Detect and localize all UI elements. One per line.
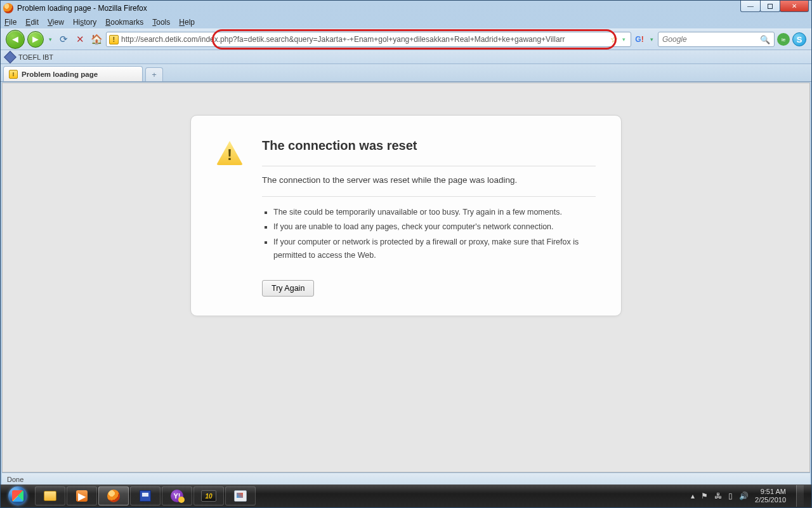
search-icon[interactable]: 🔍 [760,35,770,44]
minimize-button[interactable]: — [740,1,761,12]
search-engine-icon[interactable]: G! [634,34,645,45]
error-bullet: If your computer or network is protected… [273,236,596,263]
show-desktop-button[interactable] [796,485,804,507]
yahoo-messenger-icon: Y! [171,490,183,502]
tray-network-icon[interactable]: 🖧 [714,491,722,500]
forward-button[interactable]: ► [27,31,44,48]
titlebar[interactable]: Problem loading page - Mozilla Firefox [1,1,811,16]
divider [262,196,596,197]
game-icon: 10 [201,490,216,502]
error-card: The connection was reset The connection … [190,115,622,316]
taskbar-yahoo[interactable]: Y! [162,486,192,505]
new-tab-button[interactable]: + [145,67,163,81]
menu-help[interactable]: Help [179,18,195,27]
search-bar[interactable]: 🔍 [658,32,775,47]
floppy-icon [140,490,151,502]
navigation-toolbar: ◄ ► ▾ ⟳ ✕ 🏠 ! ☆ ▾ G! ▾ 🔍 ie S [1,29,811,50]
firefox-window: Problem loading page - Mozilla Firefox —… [0,0,812,508]
tray-battery-icon[interactable]: ▯ [728,491,733,500]
taskbar-save-app[interactable] [130,486,160,505]
tray-time: 9:51 AM [755,488,786,496]
start-button[interactable] [4,486,31,506]
tray-chevron-icon[interactable]: ▴ [691,491,695,500]
tab-strip: ! Problem loading page + [1,64,811,82]
firefox-icon [107,490,120,502]
taskbar-explorer[interactable] [35,486,65,505]
status-bar: Done [2,472,810,485]
taskbar-media-player[interactable]: ▶ [67,486,97,505]
warning-icon: ! [9,70,18,79]
error-lead: The connection to the server was reset w… [262,175,596,185]
menu-file[interactable]: File [4,18,16,27]
addon-icon[interactable]: ie [777,33,790,46]
history-dropdown[interactable]: ▾ [46,36,54,43]
tab-title: Problem loading page [22,70,98,78]
error-bullet: The site could be temporarily unavailabl… [273,206,596,219]
menu-bar: File Edit View History Bookmarks Tools H… [1,16,811,29]
search-input[interactable] [662,35,760,44]
tray-flag-icon[interactable]: ⚑ [701,491,708,500]
url-input[interactable] [121,35,609,44]
bookmarks-toolbar: TOEFL IBT [1,50,811,64]
error-bullet: If you are unable to load any pages, che… [273,220,596,234]
taskbar-paint[interactable] [225,486,256,505]
error-suggestions: The site could be temporarily unavailabl… [262,206,596,262]
try-again-button[interactable]: Try Again [262,280,314,297]
maximize-button[interactable] [760,1,780,12]
warning-icon: ! [109,35,119,44]
tab-active[interactable]: ! Problem loading page [3,66,143,81]
skype-icon[interactable]: S [792,32,806,46]
bookmark-site-icon [4,51,16,64]
status-text: Done [7,476,23,483]
back-button[interactable]: ◄ [6,30,25,49]
window-controls: — ✕ [740,1,809,12]
menu-view[interactable]: View [48,18,64,27]
menu-tools[interactable]: Tools [152,18,170,27]
folder-icon [44,491,56,501]
windows-orb-icon [8,486,27,505]
tray-volume-icon[interactable]: 🔊 [739,491,749,500]
error-heading: The connection was reset [262,138,596,153]
tray-date: 2/25/2010 [755,496,786,504]
stop-button[interactable]: ✕ [73,32,87,46]
menu-bookmarks[interactable]: Bookmarks [105,18,143,27]
reload-button[interactable]: ⟳ [56,32,70,46]
window-title: Problem loading page - Mozilla Firefox [17,4,147,13]
url-bar[interactable]: ! ☆ ▾ [106,32,631,47]
url-dropdown[interactable]: ▾ [620,36,628,43]
taskbar-firefox[interactable] [98,486,129,505]
paint-icon [234,490,247,502]
bookmark-item-toefl[interactable]: TOEFL IBT [18,53,53,61]
media-player-icon: ▶ [76,490,88,502]
warning-triangle-icon [216,141,243,165]
close-button[interactable]: ✕ [780,1,809,12]
windows-taskbar: ▶ Y! 10 ▴ ⚑ 🖧 ▯ 🔊 9:51 AM 2/25/2010 [1,485,811,507]
menu-history[interactable]: History [73,18,96,27]
tray-clock[interactable]: 9:51 AM 2/25/2010 [755,488,786,504]
bookmark-star-icon[interactable]: ☆ [609,34,620,44]
taskbar-game[interactable]: 10 [193,486,224,505]
content-viewport: The connection was reset The connection … [2,83,810,472]
menu-edit[interactable]: Edit [25,18,39,27]
divider [262,166,596,166]
home-button[interactable]: 🏠 [89,32,103,46]
firefox-icon [3,3,13,13]
system-tray: ▴ ⚑ 🖧 ▯ 🔊 9:51 AM 2/25/2010 [691,485,808,507]
search-engine-dropdown[interactable]: ▾ [648,36,655,43]
